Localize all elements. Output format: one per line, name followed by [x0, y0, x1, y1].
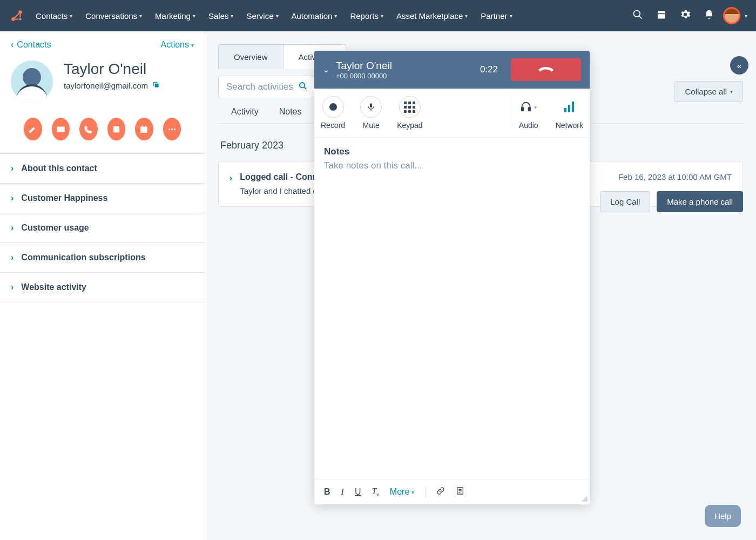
svg-point-3 — [634, 10, 640, 17]
top-nav: Contacts▾ Conversations▾ Marketing▾ Sale… — [0, 0, 756, 31]
accordion-about[interactable]: ›About this contact — [0, 153, 205, 183]
nav-items: Contacts▾ Conversations▾ Marketing▾ Sale… — [36, 11, 632, 21]
copy-icon[interactable] — [152, 81, 160, 90]
help-button[interactable]: Help — [705, 505, 741, 527]
task-action-button[interactable] — [135, 118, 153, 140]
contact-sidebar: ‹ Contacts Actions▾ Taylor O'neil taylor… — [0, 31, 205, 540]
svg-point-7 — [168, 129, 170, 130]
hangup-button[interactable] — [511, 58, 581, 81]
contact-email: taylorfoneil@gmail.com — [64, 81, 160, 90]
snippet-button[interactable] — [456, 487, 464, 497]
resize-handle[interactable]: ◢ — [582, 494, 588, 502]
nav-service[interactable]: Service▾ — [246, 11, 278, 21]
call-phone-number: +00 0000 00000 — [336, 72, 474, 80]
tab-overview[interactable]: Overview — [218, 44, 284, 69]
svg-point-8 — [171, 129, 173, 130]
subtab-activity[interactable]: Activity — [231, 107, 259, 117]
accordion-subscriptions[interactable]: ›Communication subscriptions — [0, 242, 205, 272]
italic-button[interactable]: I — [341, 487, 344, 497]
toolbar-separator — [425, 486, 426, 498]
subtab-notes[interactable]: Notes — [279, 107, 302, 117]
call-controls: Record Mute Keypad ▾ Audio Network — [314, 89, 590, 138]
notes-title: Notes — [324, 146, 580, 157]
back-to-contacts[interactable]: ‹ Contacts — [11, 40, 51, 50]
clear-format-button[interactable]: Tx — [372, 487, 379, 497]
contact-avatar[interactable] — [11, 60, 53, 103]
network-button[interactable]: Network — [556, 96, 583, 130]
notes-placeholder: Take notes on this call... — [324, 160, 580, 171]
chevron-right-icon: › — [11, 164, 14, 173]
contact-name: Taylor O'neil — [64, 60, 160, 78]
user-avatar[interactable] — [723, 7, 740, 24]
network-bars-icon — [564, 96, 574, 118]
call-action-button[interactable] — [79, 118, 98, 140]
svg-rect-13 — [529, 107, 531, 111]
nav-partner[interactable]: Partner▾ — [481, 11, 512, 21]
svg-rect-5 — [113, 126, 119, 132]
nav-contacts[interactable]: Contacts▾ — [36, 11, 72, 21]
bell-icon[interactable] — [704, 9, 714, 23]
chevron-right-icon: › — [230, 173, 232, 195]
accordion-happiness[interactable]: ›Customer Happiness — [0, 183, 205, 213]
call-timer: 0:22 — [480, 64, 498, 75]
search-activities-input[interactable]: Search activities — [218, 76, 315, 98]
mic-icon — [360, 96, 382, 118]
call-panel: ⌄ Taylor O'neil +00 0000 00000 0:22 Reco… — [314, 51, 590, 504]
nav-sales[interactable]: Sales▾ — [208, 11, 234, 21]
right-rail-toggle[interactable]: « — [730, 56, 748, 75]
search-icon — [299, 82, 307, 92]
hubspot-logo[interactable] — [9, 8, 25, 24]
svg-point-10 — [300, 83, 305, 87]
user-menu-chevron[interactable]: ▾ — [745, 13, 747, 19]
headset-icon: ▾ — [520, 96, 537, 118]
svg-point-9 — [174, 129, 176, 130]
svg-rect-11 — [370, 103, 372, 107]
call-notes-area[interactable]: Notes Take notes on this call... — [314, 138, 590, 479]
nav-automation[interactable]: Automation▾ — [292, 11, 338, 21]
collapse-all-button[interactable]: Collapse all▾ — [674, 81, 743, 102]
make-phone-call-button[interactable]: Make a phone call — [657, 191, 743, 212]
nav-marketing[interactable]: Marketing▾ — [155, 11, 195, 21]
chevron-right-icon: › — [11, 193, 14, 203]
chevron-right-icon: › — [11, 253, 14, 262]
chevron-right-icon: › — [11, 223, 14, 233]
nav-asset-marketplace[interactable]: Asset Marketplace▾ — [396, 11, 468, 21]
editor-toolbar: B I U Tx More▾ ◢ — [314, 479, 590, 504]
call-header: ⌄ Taylor O'neil +00 0000 00000 0:22 — [314, 51, 590, 89]
svg-point-2 — [19, 18, 21, 20]
nav-icons — [632, 9, 714, 23]
log-action-button[interactable] — [107, 118, 126, 140]
underline-button[interactable]: U — [355, 487, 361, 497]
audio-button[interactable]: ▾ Audio — [519, 96, 538, 130]
note-action-button[interactable] — [24, 118, 42, 140]
chevron-right-icon: › — [11, 282, 14, 292]
contact-quick-actions — [0, 113, 205, 153]
accordion-website[interactable]: ›Website activity — [0, 272, 205, 302]
collapse-call-icon[interactable]: ⌄ — [323, 65, 329, 74]
gear-icon[interactable] — [680, 9, 691, 23]
svg-rect-6 — [140, 126, 147, 132]
more-formatting-button[interactable]: More▾ — [390, 487, 414, 497]
search-icon[interactable] — [632, 9, 643, 23]
keypad-icon — [399, 96, 421, 118]
search-placeholder: Search activities — [226, 82, 293, 92]
chevron-left-icon: ‹ — [11, 40, 14, 50]
record-button[interactable]: Record — [321, 96, 345, 130]
log-call-button[interactable]: Log Call — [600, 191, 650, 212]
keypad-button[interactable]: Keypad — [397, 96, 422, 130]
mute-button[interactable]: Mute — [360, 96, 382, 130]
nav-conversations[interactable]: Conversations▾ — [85, 11, 142, 21]
nav-reports[interactable]: Reports▾ — [350, 11, 383, 21]
call-contact-name: Taylor O'neil — [336, 60, 474, 72]
email-action-button[interactable] — [52, 118, 70, 140]
svg-rect-4 — [155, 84, 159, 87]
svg-rect-12 — [522, 107, 524, 111]
marketplace-icon[interactable] — [656, 9, 667, 23]
link-button[interactable] — [436, 487, 445, 497]
accordion-usage[interactable]: ›Customer usage — [0, 213, 205, 242]
bold-button[interactable]: B — [324, 487, 330, 497]
more-action-button[interactable] — [163, 118, 181, 140]
actions-dropdown[interactable]: Actions▾ — [161, 40, 194, 50]
record-icon — [329, 103, 337, 111]
